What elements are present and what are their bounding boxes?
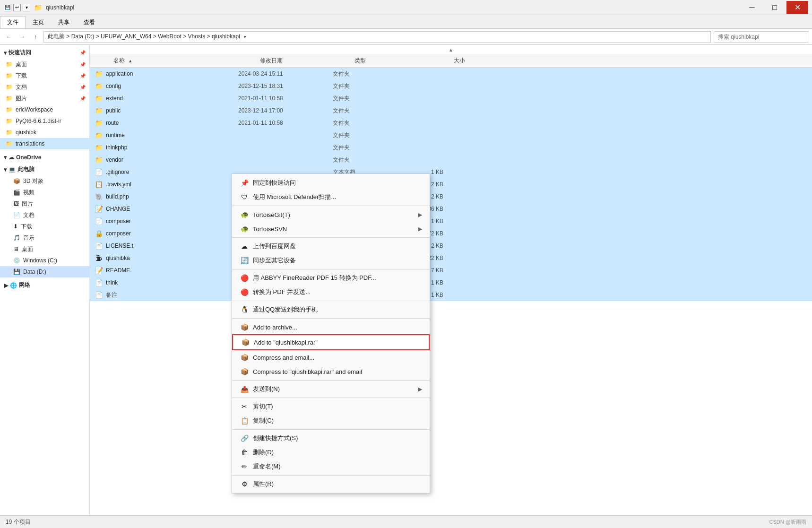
context-menu-item[interactable]: ✂剪切(T) [232, 399, 430, 414]
file-name: composer [106, 230, 238, 237]
sidebar-item-documents[interactable]: 📁 文档 📌 [0, 81, 89, 93]
tab-share[interactable]: 共享 [51, 16, 77, 28]
table-row[interactable]: 🔒 composer LOCK 文件 72 KB [90, 227, 812, 240]
context-menu-item[interactable]: ⚙属性(R) [232, 477, 430, 491]
context-menu-item[interactable]: 📋复制(C) [232, 414, 430, 428]
sidebar-item-translations[interactable]: 📁 translations [0, 138, 89, 149]
ctx-item-label: Compress to "qiushibkapi.rar" and email [253, 368, 362, 375]
context-menu-item[interactable]: 📤发送到(N)▶ [232, 382, 430, 396]
context-menu-item[interactable]: 📦Add to archive... [232, 320, 430, 334]
sidebar-label: PyQt6-6.6.1.dist-ir [16, 118, 61, 124]
file-type: 文件夹 [333, 82, 404, 90]
ctx-item-label: TortoiseGit(T) [253, 211, 290, 218]
sidebar-item-pictures[interactable]: 📁 图片 📌 [0, 93, 89, 104]
folder-icon: 📁 [6, 118, 13, 124]
col-name-header[interactable]: 名称 ▲ [90, 57, 260, 65]
up-button[interactable]: ↑ [30, 32, 41, 42]
sidebar-item-ericworkspace[interactable]: 📁 ericWorkspace [0, 104, 89, 115]
sidebar-item-drive-c[interactable]: 💿 Windows (C:) [0, 255, 89, 266]
table-row[interactable]: 📄 think 文件 1 KB [90, 277, 812, 289]
table-row[interactable]: 📁 application 2024-03-24 15:11 文件夹 [90, 68, 812, 80]
context-menu-item[interactable]: 🔗创建快捷方式(S) [232, 431, 430, 445]
file-icon: 🐘 [94, 191, 104, 202]
sidebar-item-3dobjects[interactable]: 📦 3D 对象 [0, 175, 89, 187]
onedrive-header[interactable]: ▾ ☁ OneDrive [0, 152, 89, 163]
sidebar-item-documents2[interactable]: 📄 文档 [0, 209, 89, 221]
sidebar-item-pyqt[interactable]: 📁 PyQt6-6.6.1.dist-ir [0, 115, 89, 127]
table-row[interactable]: 📁 route 2021-01-11 10:58 文件夹 [90, 117, 812, 129]
context-menu-item[interactable]: 🔴用 ABBYY FineReader PDF 15 转换为 PDF... [232, 271, 430, 285]
search-input[interactable] [714, 31, 808, 43]
table-row[interactable]: 📄 备注 文件 1 KB [90, 289, 812, 301]
ribbon-tabs: 文件 主页 共享 查看 [0, 15, 812, 28]
folder-icon: 📦 [13, 178, 20, 184]
context-menu-item[interactable]: ✏重命名(M) [232, 459, 430, 474]
properties-quick-icon[interactable]: ▾ [23, 4, 30, 11]
table-row[interactable]: 📄 composer smartlook.txt 1 KB [90, 215, 812, 227]
context-menu-item[interactable]: 🔄同步至其它设备 [232, 253, 430, 268]
context-menu-item[interactable]: 📦Add to "qiushibkapi.rar" [232, 334, 430, 350]
quick-access-icon[interactable]: 💾 [4, 4, 11, 11]
col-date-header[interactable]: 修改日期 [260, 57, 354, 65]
table-row[interactable]: 📁 thinkphp 文件夹 [90, 141, 812, 154]
maximize-button[interactable]: □ [764, 1, 786, 14]
sidebar-item-pictures2[interactable]: 🖼 图片 [0, 198, 89, 209]
table-row[interactable]: 📝 README. MD 文件 7 KB [90, 264, 812, 277]
address-path[interactable]: 此电脑 > Data (D:) > UPUPW_ANK_W64 > WebRoo… [43, 31, 711, 43]
close-button[interactable]: ✕ [786, 1, 808, 14]
sidebar-item-qiushibk[interactable]: 📁 qiushibk [0, 127, 89, 138]
folder-icon: 🖥 [13, 246, 19, 252]
sidebar-item-downloads2[interactable]: ⬇ 下载 [0, 221, 89, 232]
table-row[interactable]: 📁 config 2023-12-15 18:31 文件夹 [90, 80, 812, 92]
back-button[interactable]: ← [4, 32, 14, 42]
table-row[interactable]: 📄 LICENSE.t smartlook.txt 2 KB [90, 240, 812, 252]
sidebar-item-video[interactable]: 🎬 视频 [0, 187, 89, 198]
context-menu-item[interactable]: ☁上传到百度网盘 [232, 239, 430, 253]
minimize-button[interactable]: ─ [741, 1, 763, 14]
tab-view[interactable]: 查看 [77, 16, 102, 28]
ctx-item-icon: 🐧 [240, 305, 249, 314]
table-row[interactable]: 🗜 qiushibka WinRAR ZIP archive 6,022 KB [90, 252, 812, 264]
file-icon: 📋 [94, 179, 104, 190]
table-row[interactable]: 📄 .gitignore 文本文档 1 KB [90, 166, 812, 178]
col-size-header[interactable]: 大小 [425, 57, 473, 65]
context-menu-item[interactable]: 🐢TortoiseGit(T)▶ [232, 208, 430, 222]
context-menu-separator [232, 380, 430, 381]
context-menu-item[interactable]: 📦Compress to "qiushibkapi.rar" and email [232, 364, 430, 379]
sidebar-item-desktop2[interactable]: 🖥 桌面 [0, 243, 89, 255]
context-menu-item[interactable]: 📌固定到快速访问 [232, 176, 430, 190]
sidebar-item-music[interactable]: 🎵 音乐 [0, 232, 89, 243]
context-menu-item[interactable]: 🛡使用 Microsoft Defender扫描... [232, 190, 430, 204]
title-bar-controls[interactable]: 💾 ↩ ▾ [4, 4, 30, 11]
sidebar-item-desktop[interactable]: 📁 桌面 📌 [0, 59, 89, 70]
context-menu-item[interactable]: 🐢TortoiseSVN▶ [232, 222, 430, 236]
sidebar-item-download[interactable]: 📁 下载 📌 [0, 70, 89, 81]
pin-indicator: 📌 [80, 96, 86, 101]
context-menu-item[interactable]: 🗑删除(D) [232, 445, 430, 459]
context-menu-item[interactable]: 🔴转换为 PDF 并发送... [232, 285, 430, 299]
table-row[interactable]: 📁 public 2023-12-14 17:00 文件夹 [90, 104, 812, 117]
table-row[interactable]: 📁 runtime 文件夹 [90, 129, 812, 141]
ribbon: 文件 主页 共享 查看 [0, 15, 812, 29]
network-header[interactable]: ▶ 🌐 网络 [0, 279, 89, 291]
table-row[interactable]: 🐘 build.php PHP 文件 2 KB [90, 190, 812, 203]
quick-access-header[interactable]: ▾ 快速访问 📌 [0, 47, 89, 59]
table-row[interactable]: 📋 .travis.yml YML 文件 2 KB [90, 178, 812, 190]
file-icon: 📁 [94, 130, 104, 140]
table-row[interactable]: 📁 vendor 文件夹 [90, 154, 812, 166]
computer-header[interactable]: ▾ 💻 此电脑 [0, 164, 89, 175]
forward-button[interactable]: → [17, 32, 27, 42]
tab-file[interactable]: 文件 [0, 16, 26, 28]
file-icon: 📝 [94, 265, 104, 276]
context-menu-item[interactable]: 📦Compress and email... [232, 350, 430, 364]
context-menu-item[interactable]: 🐧通过QQ发送到我的手机 [232, 303, 430, 317]
path-dropdown-icon[interactable]: ▾ [244, 35, 246, 39]
table-row[interactable]: 📝 CHANGE MD 文件 36 KB [90, 203, 812, 215]
ctx-item-icon: 🗑 [240, 448, 249, 457]
undo-icon[interactable]: ↩ [13, 4, 21, 11]
status-info: 19 个项目 [6, 518, 31, 526]
table-row[interactable]: 📁 extend 2021-01-11 10:58 文件夹 [90, 92, 812, 104]
tab-home[interactable]: 主页 [26, 16, 51, 28]
col-type-header[interactable]: 类型 [354, 57, 425, 65]
sidebar-item-drive-d[interactable]: 💾 Data (D:) [0, 266, 89, 277]
